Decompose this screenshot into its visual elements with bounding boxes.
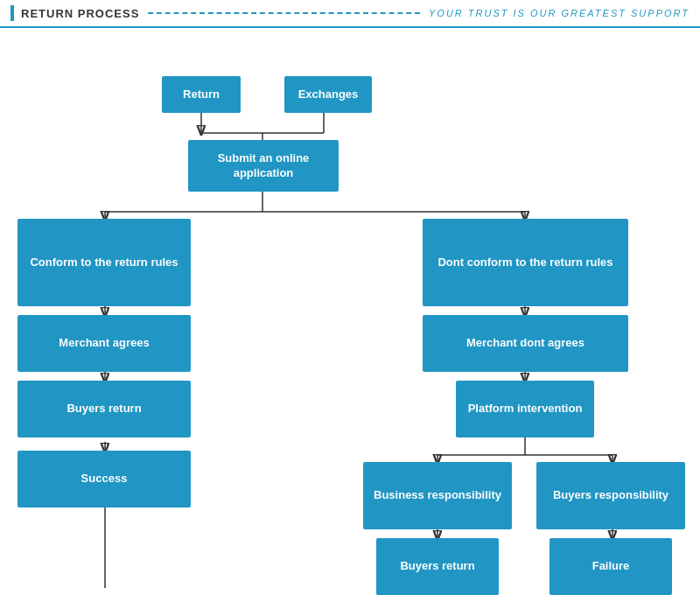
header-title: RETURN PROCESS	[21, 7, 139, 20]
dont-conform-box: Dont conform to the return rules	[423, 219, 628, 306]
merchant-dont-box: Merchant dont agrees	[423, 315, 628, 372]
header-divider	[148, 12, 420, 14]
platform-box: Platform intervention	[456, 381, 594, 438]
header-tagline: YOUR TRUST IS OUR GREATEST SUPPORT	[429, 8, 690, 18]
header-bar-icon	[10, 5, 14, 21]
success-box: Success	[18, 451, 191, 508]
header-left: RETURN PROCESS	[10, 5, 139, 21]
buyers-return-left-box: Buyers return	[18, 381, 191, 438]
return-box: Return	[162, 76, 241, 113]
buyers-return-right-box: Buyers return	[376, 538, 499, 595]
conform-box: Conform to the return rules	[18, 219, 191, 306]
submit-box: Submit an online application	[188, 140, 339, 192]
merchant-agrees-box: Merchant agrees	[18, 315, 191, 372]
buyers-resp-box: Buyers responsibility	[536, 462, 685, 529]
header: RETURN PROCESS YOUR TRUST IS OUR GREATES…	[0, 0, 700, 28]
diagram: Return Exchanges Submit an online applic…	[0, 28, 700, 588]
business-resp-box: Business responsibility	[363, 462, 512, 529]
exchanges-box: Exchanges	[284, 76, 372, 113]
failure-box: Failure	[550, 538, 672, 595]
